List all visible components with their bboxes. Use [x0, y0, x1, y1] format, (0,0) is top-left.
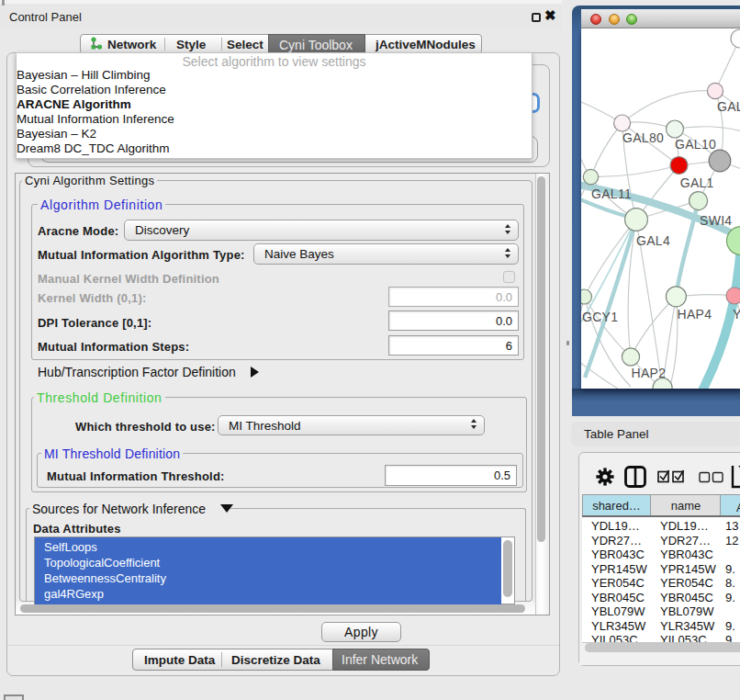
svg-text:GAL1: GAL1: [680, 175, 714, 190]
svg-text:SWI4: SWI4: [700, 213, 732, 228]
svg-text:HAP4: HAP4: [678, 307, 712, 322]
svg-text:GAL80: GAL80: [622, 130, 664, 145]
svg-text:GAL: GAL: [717, 99, 740, 114]
svg-text:GCY1: GCY1: [582, 310, 618, 324]
svg-text:GAL4: GAL4: [636, 233, 670, 248]
svg-text:GAL11: GAL11: [591, 186, 632, 201]
svg-text:GAL10: GAL10: [675, 137, 716, 152]
svg-text:Y: Y: [733, 307, 740, 322]
svg-text:HAP2: HAP2: [632, 366, 667, 380]
